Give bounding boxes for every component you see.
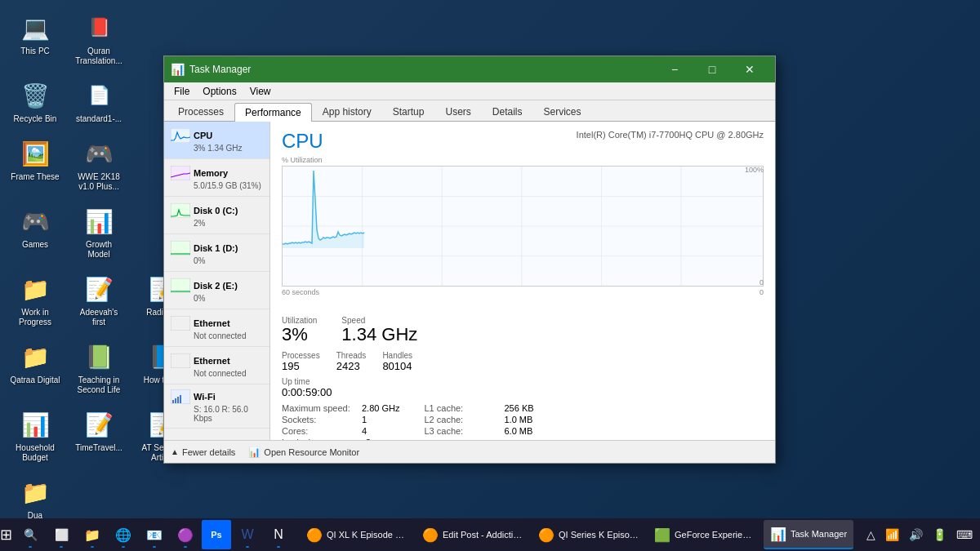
l1-val: 256 KB xyxy=(504,403,533,413)
sidebar-item-cpu[interactable]: CPU 3% 1.34 GHz xyxy=(164,122,270,159)
cpu-detail-panel: CPU Intel(R) Core(TM) i7-7700HQ CPU @ 2.… xyxy=(270,122,775,440)
sidebar-item-disk1[interactable]: Disk 1 (D:) 0% xyxy=(164,234,270,272)
desktop-icon-quran[interactable]: 📕 Quran Translation... xyxy=(70,8,127,69)
desktop-icon-household[interactable]: 📊 Household Budget xyxy=(7,405,64,466)
household-label: Household Budget xyxy=(10,443,60,463)
menu-view[interactable]: View xyxy=(243,84,278,99)
open-resource-monitor-button[interactable]: 📊 Open Resource Monitor xyxy=(248,447,359,458)
desktop-icon-dua[interactable]: 📁 Dua xyxy=(7,473,64,524)
stat-processes: Processes 195 xyxy=(282,351,320,372)
sidebar-ethernet1-title: Ethernet xyxy=(194,318,230,328)
this-pc-icon: 💻 xyxy=(19,11,51,44)
desktop-icon-teaching[interactable]: 📗 Teaching in Second Life xyxy=(70,337,127,398)
word-button[interactable]: W xyxy=(233,520,262,549)
sidebar-wifi-title: Wi-Fi xyxy=(194,392,216,402)
tab-details[interactable]: Details xyxy=(482,102,533,121)
uptime-value: 0:00:59:00 xyxy=(282,386,332,398)
frame-these-label: Frame These xyxy=(11,172,59,182)
tab-app-history[interactable]: App history xyxy=(312,102,382,121)
search-button[interactable]: 🔍 xyxy=(16,520,45,549)
stat-threads: Threads 2423 xyxy=(336,351,367,372)
minimize-button[interactable]: − xyxy=(656,56,693,82)
file-explorer-button[interactable]: 📁 xyxy=(78,520,107,549)
svg-rect-11 xyxy=(180,395,181,403)
edge-button[interactable]: 🌐 xyxy=(109,520,138,549)
tab-performance[interactable]: Performance xyxy=(234,103,312,122)
uptime-label: Up time xyxy=(282,377,332,386)
sidebar-item-ethernet1[interactable]: Ethernet Not connected xyxy=(164,309,270,347)
desktop-icon-timetravel[interactable]: 📝 TimeTravel... xyxy=(70,405,127,466)
taskbar-app-task-manager[interactable]: 📊 Task Manager xyxy=(764,520,853,549)
desktop-icon-qatraa[interactable]: 📁 Qatraa Digital xyxy=(7,337,64,398)
cpu-counts-row: Processes 195 Threads 2423 Handles 80104 xyxy=(282,351,764,372)
sidebar-item-memory[interactable]: Memory 5.0/15.9 GB (31%) xyxy=(164,159,270,197)
threads-value: 2423 xyxy=(336,360,367,372)
close-button[interactable]: ✕ xyxy=(731,56,768,82)
tab-users[interactable]: Users xyxy=(434,102,481,121)
qi-series-label: QI Series K Episode... xyxy=(559,530,639,540)
menu-file[interactable]: File xyxy=(167,84,196,99)
performance-sidebar: CPU 3% 1.34 GHz Memory 5.0/15.9 GB (31%) xyxy=(164,122,270,440)
graph-time-left: 60 seconds xyxy=(282,288,319,296)
tab-processes[interactable]: Processes xyxy=(167,102,234,121)
sidebar-wifi-sub: S: 16.0 R: 56.0 Kbps xyxy=(171,405,263,423)
tab-bar: Processes Performance App history Startu… xyxy=(164,100,775,122)
cpu-uptime-row: Up time 0:00:59:00 xyxy=(282,377,764,398)
sidebar-disk0-sub: 2% xyxy=(171,219,263,228)
desktop-icon-standard1[interactable]: 📄 standard1-... xyxy=(70,76,127,127)
sidebar-ethernet2-title: Ethernet xyxy=(194,356,230,366)
tray-notifications-icon[interactable]: △ xyxy=(863,527,879,543)
cpu-section-title: CPU xyxy=(282,130,323,153)
handles-label: Handles xyxy=(382,351,412,360)
cpu-model: Intel(R) Core(TM) i7-7700HQ CPU @ 2.80GH… xyxy=(577,130,764,140)
sidebar-item-ethernet2[interactable]: Ethernet Not connected xyxy=(164,347,270,384)
desktop-icon-recycle-bin[interactable]: 🗑️ Recycle Bin xyxy=(7,76,64,127)
desktop-icon-adeevah[interactable]: 📝 Adeevah's first xyxy=(70,269,127,331)
max-speed-key: Maximum speed: xyxy=(282,403,355,413)
handles-value: 80104 xyxy=(382,360,412,372)
growth-model-icon: 📊 xyxy=(82,205,115,238)
tray-volume-icon[interactable]: 🔊 xyxy=(906,527,926,543)
window-title-text: Task Manager xyxy=(189,64,656,75)
sidebar-item-disk0[interactable]: Disk 0 (C:) 2% xyxy=(164,197,270,234)
qatraa-label: Qatraa Digital xyxy=(10,375,60,385)
disk1-mini-chart xyxy=(171,241,190,256)
desktop-icon-frame-these[interactable]: 🖼️ Frame These xyxy=(7,134,64,195)
tab-startup[interactable]: Startup xyxy=(382,102,435,121)
start-button[interactable]: ⊞ xyxy=(0,518,12,551)
sidebar-item-wifi[interactable]: Wi-Fi S: 16.0 R: 56.0 Kbps xyxy=(164,384,270,429)
onenote2-button[interactable]: N xyxy=(264,520,293,549)
stat-handles: Handles 80104 xyxy=(382,351,412,372)
desktop-icon-work-progress[interactable]: 📁 Work in Progress xyxy=(7,269,64,331)
sidebar-ethernet1-sub: Not connected xyxy=(171,331,263,340)
cpu-details-grid: Maximum speed: 2.80 GHz Sockets: 1 Cores… xyxy=(282,403,764,440)
desktop-icon-wwe2k18[interactable]: 🎮 WWE 2K18 v1.0 Plus... xyxy=(70,134,127,195)
taskbar-app-qi-xl[interactable]: 🟠 QI XL K Episode 11... xyxy=(300,520,414,549)
max-speed-val: 2.80 GHz xyxy=(362,403,399,413)
details-col-1: Maximum speed: 2.80 GHz Sockets: 1 Cores… xyxy=(282,403,399,440)
taskbar-app-edit-post[interactable]: 🟠 Edit Post - Addictiv... xyxy=(416,520,530,549)
desktop-icon-this-pc[interactable]: 💻 This PC xyxy=(7,8,64,69)
desktop-icon-growth-model[interactable]: 📊 Growth Model xyxy=(70,202,127,263)
maximize-button[interactable]: □ xyxy=(693,56,731,82)
tray-keyboard-icon[interactable]: ⌨ xyxy=(953,527,976,543)
tab-services[interactable]: Services xyxy=(533,102,592,121)
onenote-button[interactable]: 🟣 xyxy=(171,520,200,549)
timetravel-label: TimeTravel... xyxy=(75,443,122,453)
sidebar-item-wifi-header: Wi-Fi xyxy=(171,389,263,404)
sidebar-item-disk2[interactable]: Disk 2 (E:) 0% xyxy=(164,272,270,309)
taskbar-app-qi-series[interactable]: 🟠 QI Series K Episode... xyxy=(532,520,646,549)
tray-battery-icon[interactable]: 🔋 xyxy=(929,527,950,543)
this-pc-label: This PC xyxy=(20,47,50,56)
taskbar: ⊞ 🔍 ⬜ 📁 🌐 📧 🟣 Ps W N 🟠 QI XL K Episode 1… xyxy=(0,518,980,551)
fewer-details-button[interactable]: ▲ Fewer details xyxy=(171,447,235,457)
taskbar-app-geforce[interactable]: 🟩 GeForce Experience xyxy=(648,520,762,549)
outlook-button[interactable]: 📧 xyxy=(140,520,169,549)
sockets-val: 1 xyxy=(362,415,367,424)
desktop-icon-games[interactable]: 🎮 Games xyxy=(7,202,64,263)
ps-button[interactable]: Ps xyxy=(202,520,231,549)
task-view-button[interactable]: ⬜ xyxy=(47,520,76,549)
menu-options[interactable]: Options xyxy=(196,84,243,99)
speed-value: 1.34 GHz xyxy=(341,325,417,344)
tray-network-icon[interactable]: 📶 xyxy=(882,527,902,543)
